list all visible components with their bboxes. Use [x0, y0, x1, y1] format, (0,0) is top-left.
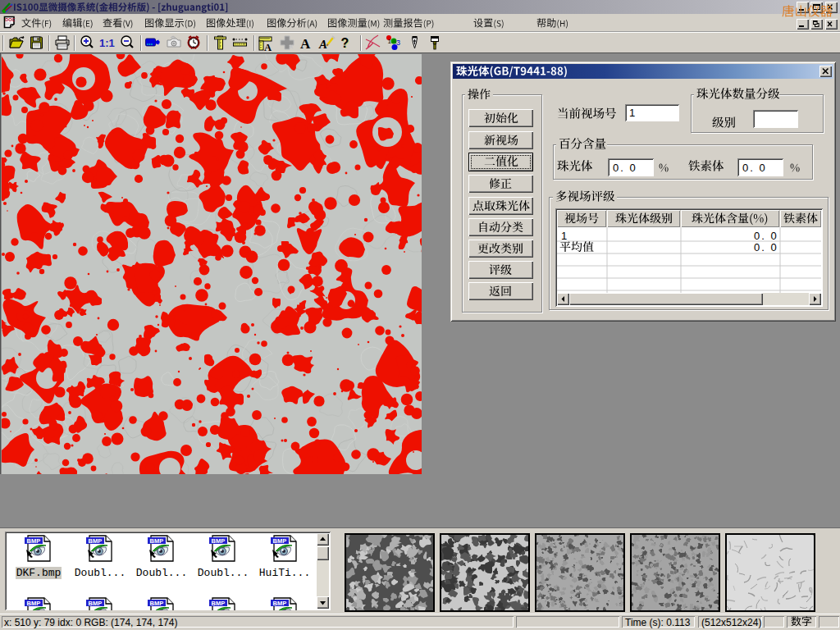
svg-text:A: A: [318, 38, 327, 51]
svg-text:BMP: BMP: [89, 600, 103, 607]
svg-text:1:1: 1:1: [99, 37, 115, 49]
svg-text:BMP: BMP: [89, 537, 103, 545]
svg-text:BMP: BMP: [212, 600, 226, 607]
svg-text:BMP: BMP: [273, 537, 287, 545]
svg-text:A: A: [264, 42, 272, 52]
svg-text:BMP: BMP: [273, 600, 287, 607]
svg-text:DOC: DOC: [5, 17, 15, 22]
svg-text:BMP: BMP: [27, 537, 41, 545]
svg-text:BMP: BMP: [212, 537, 226, 545]
svg-text:?: ?: [341, 36, 349, 50]
svg-text:BMP: BMP: [150, 537, 164, 545]
svg-text:A: A: [300, 36, 311, 52]
svg-text:BMP: BMP: [27, 600, 41, 607]
svg-text:BMP: BMP: [150, 600, 164, 607]
